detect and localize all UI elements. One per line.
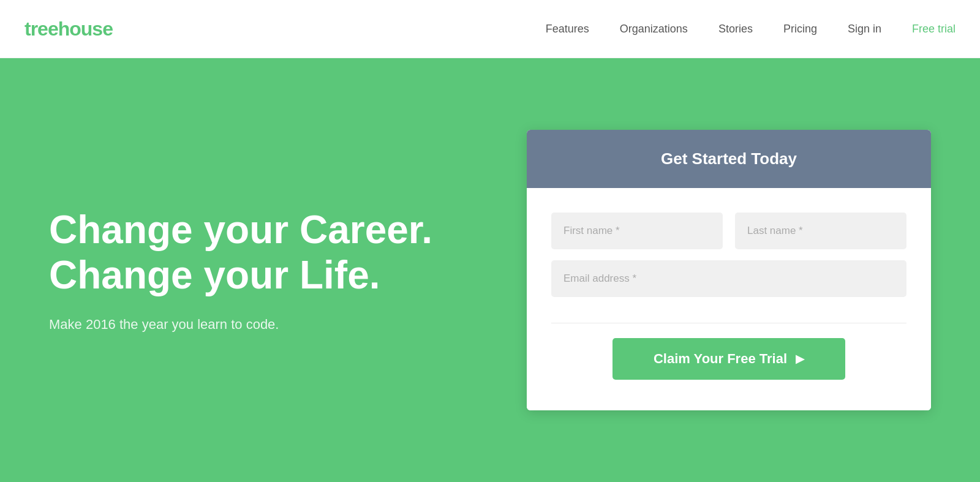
nav-pricing[interactable]: Pricing [783,23,817,36]
cta-label: Claim Your Free Trial [654,351,787,367]
last-name-input[interactable] [735,213,907,249]
nav: Features Organizations Stories Pricing S… [546,23,956,36]
hero-subtext: Make 2016 the year you learn to code. [49,317,478,333]
nav-signin[interactable]: Sign in [848,23,881,36]
hero-content: Change your Career. Change your Life. Ma… [49,208,527,332]
nav-stories[interactable]: Stories [718,23,753,36]
hero-headline-line1: Change your Career. [49,208,432,252]
card-body: Claim Your Free Trial ▶ [527,188,931,410]
name-row [551,213,907,249]
hero-headline-line2: Change your Life. [49,253,380,297]
nav-organizations[interactable]: Organizations [620,23,688,36]
nav-features[interactable]: Features [546,23,589,36]
cta-arrow-icon: ▶ [796,352,804,366]
signup-card: Get Started Today Claim Your Free Trial … [527,130,931,410]
hero-section: Change your Career. Change your Life. Ma… [0,58,980,482]
logo[interactable]: treehouse [24,18,113,40]
nav-free-trial[interactable]: Free trial [912,23,956,36]
cta-button[interactable]: Claim Your Free Trial ▶ [612,338,845,380]
first-name-input[interactable] [551,213,723,249]
card-header-title: Get Started Today [551,149,907,168]
form-divider [551,323,907,323]
email-input[interactable] [551,260,907,297]
card-header: Get Started Today [527,130,931,188]
hero-headline: Change your Career. Change your Life. [49,208,478,298]
header: treehouse Features Organizations Stories… [0,0,980,58]
